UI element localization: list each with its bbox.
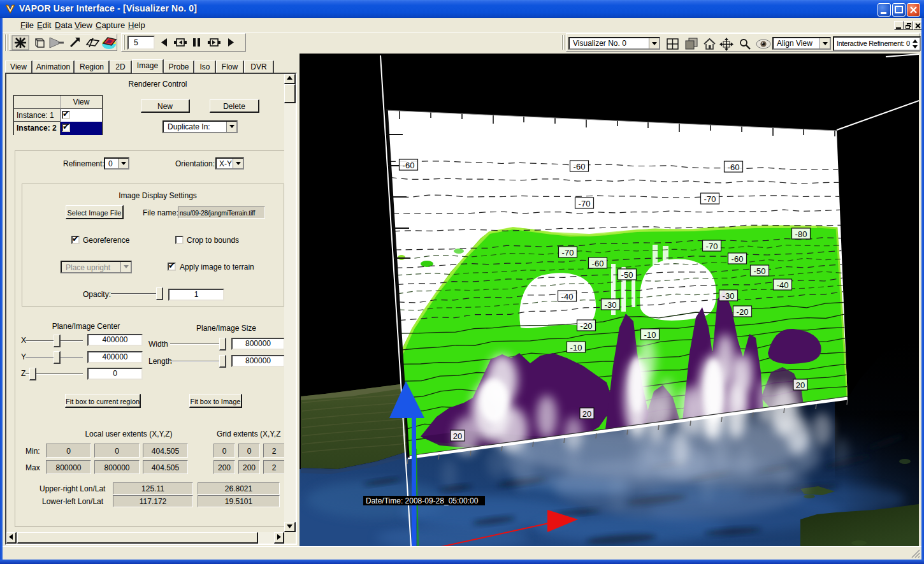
svg-text:-70: -70: [704, 194, 716, 204]
svg-text:-70: -70: [579, 199, 591, 208]
svg-text:-60: -60: [732, 254, 744, 264]
svg-text:-60: -60: [403, 161, 415, 170]
svg-text:20: 20: [582, 409, 591, 419]
svg-text:-10: -10: [644, 330, 656, 340]
svg-text:-10: -10: [570, 343, 582, 352]
svg-text:-60: -60: [592, 259, 604, 268]
svg-text:-80: -80: [795, 229, 807, 239]
svg-text:Date/Time: 2008-09-28_05:00:00: Date/Time: 2008-09-28_05:00:00: [366, 496, 479, 505]
svg-text:-70: -70: [706, 242, 718, 251]
svg-text:-50: -50: [621, 270, 633, 280]
svg-text:-60: -60: [574, 162, 586, 171]
svg-text:-50: -50: [754, 266, 766, 276]
svg-text:-20: -20: [737, 307, 749, 317]
svg-text:20: 20: [796, 380, 805, 390]
svg-text:-60: -60: [728, 163, 740, 172]
svg-text:-30: -30: [605, 300, 617, 310]
svg-text:-20: -20: [581, 321, 593, 331]
svg-text:-40: -40: [777, 280, 789, 290]
svg-text:-40: -40: [561, 292, 574, 301]
svg-text:20: 20: [453, 431, 462, 441]
svg-text:-30: -30: [723, 291, 735, 301]
svg-text:-70: -70: [562, 248, 574, 257]
